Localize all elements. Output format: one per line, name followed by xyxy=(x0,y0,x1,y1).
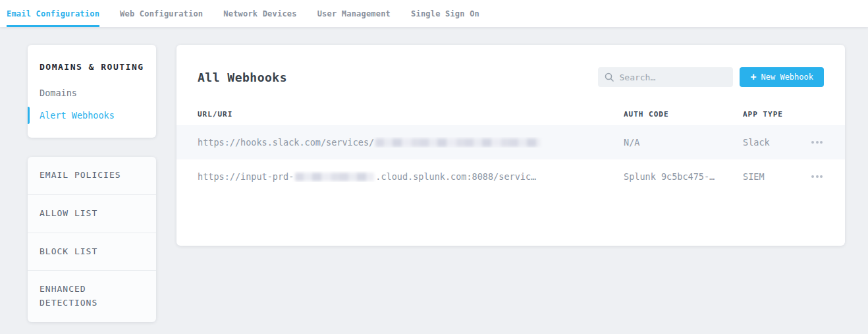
sidebar-item-email-policies[interactable]: EMAIL POLICIES xyxy=(28,157,156,195)
tab-network-devices[interactable]: Network Devices xyxy=(223,0,296,27)
sidebar-item-block-list[interactable]: BLOCK LIST xyxy=(28,233,156,271)
redacted-url-segment xyxy=(375,138,540,147)
table-row[interactable]: https://hooks.slack.com/services/ N/A Sl… xyxy=(176,125,845,159)
column-header-auth-code: AUTH CODE xyxy=(624,110,743,119)
search-box[interactable] xyxy=(598,67,733,87)
sidebar: DOMAINS & ROUTING Domains Alert Webhooks… xyxy=(28,45,156,322)
policies-card: EMAIL POLICIES ALLOW LIST BLOCK LIST ENH… xyxy=(28,157,156,322)
sidebar-item-allow-list[interactable]: ALLOW LIST xyxy=(28,195,156,233)
active-indicator-bar xyxy=(28,107,30,124)
url-text: https://input-prd- xyxy=(198,171,294,182)
app-type: SIEM xyxy=(743,171,794,182)
webhooks-table: URL/URI AUTH CODE APP TYPE https://hooks… xyxy=(176,103,845,194)
column-header-url-uri: URL/URI xyxy=(198,110,624,119)
column-header-app-type: APP TYPE xyxy=(743,110,794,119)
url-text: https://hooks.slack.com/services/ xyxy=(198,137,374,148)
search-input[interactable] xyxy=(619,72,726,82)
top-nav: Email Configuration Web Configuration Ne… xyxy=(0,0,868,27)
sidebar-item-domains[interactable]: Domains xyxy=(28,82,156,103)
sidebar-item-alert-webhooks[interactable]: Alert Webhooks xyxy=(28,105,156,126)
new-webhook-button[interactable]: + New Webhook xyxy=(740,67,824,87)
plus-icon: + xyxy=(750,72,756,82)
domains-routing-card: DOMAINS & ROUTING Domains Alert Webhooks xyxy=(28,45,156,138)
row-actions-menu-icon[interactable] xyxy=(809,173,825,181)
panel-header: All Webhooks + New Webhook xyxy=(176,45,845,103)
app-root: Email Configuration Web Configuration Ne… xyxy=(0,0,868,322)
tab-user-management[interactable]: User Management xyxy=(317,0,391,27)
page-title: All Webhooks xyxy=(198,70,287,84)
table-header-row: URL/URI AUTH CODE APP TYPE xyxy=(176,103,845,125)
page-content: DOMAINS & ROUTING Domains Alert Webhooks… xyxy=(0,27,868,322)
header-actions: + New Webhook xyxy=(598,67,824,87)
new-webhook-label: New Webhook xyxy=(761,72,813,82)
app-type: Slack xyxy=(743,137,794,148)
row-actions-menu-icon[interactable] xyxy=(809,138,825,146)
sidebar-item-label: Alert Webhooks xyxy=(40,110,115,121)
auth-code: N/A xyxy=(624,137,743,148)
webhook-url: https://hooks.slack.com/services/ xyxy=(198,137,624,148)
sidebar-item-enhanced-detections[interactable]: ENHANCED DETECTIONS xyxy=(28,271,156,322)
auth-code: Splunk 9c5bc475-… xyxy=(624,171,743,182)
domains-routing-title: DOMAINS & ROUTING xyxy=(28,62,156,72)
tab-email-configuration[interactable]: Email Configuration xyxy=(7,0,99,27)
actions-cell xyxy=(794,138,824,146)
tab-single-sign-on[interactable]: Single Sign On xyxy=(411,0,479,27)
search-icon xyxy=(605,72,614,82)
redacted-url-segment xyxy=(295,173,374,181)
actions-cell xyxy=(794,173,824,181)
table-row[interactable]: https://input-prd-.cloud.splunk.com:8088… xyxy=(176,159,845,194)
webhooks-panel: All Webhooks + New Webhook xyxy=(176,45,845,246)
webhook-url: https://input-prd-.cloud.splunk.com:8088… xyxy=(198,171,624,182)
tab-web-configuration[interactable]: Web Configuration xyxy=(120,0,203,27)
url-text: .cloud.splunk.com:8088/servic… xyxy=(375,171,536,182)
nav-tabs: Email Configuration Web Configuration Ne… xyxy=(0,0,868,27)
